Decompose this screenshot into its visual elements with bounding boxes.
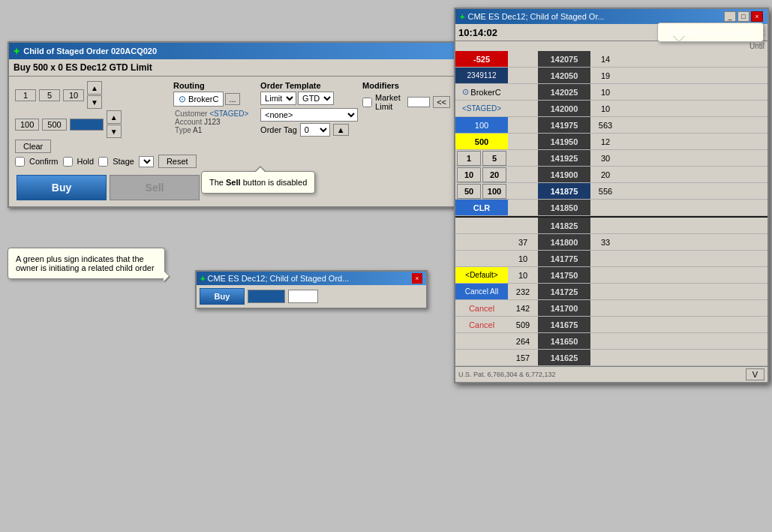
mid-cell (508, 51, 538, 67)
bid-cell: -525 (455, 51, 508, 67)
bid-50-button[interactable]: 50 (457, 184, 481, 199)
cancel-button-2[interactable]: Cancel (455, 317, 508, 332)
mid-cell (508, 68, 538, 83)
price-cell: 141775 (538, 251, 590, 266)
child-qty-input[interactable]: 500 (248, 290, 285, 303)
child-plus-icon: + (200, 274, 205, 283)
buy-button[interactable]: Buy (17, 175, 107, 200)
order-subtitle: Buy 500 x 0 ES Dec12 GTD Limit (9, 59, 456, 77)
cancel-button-1[interactable]: Cancel (455, 300, 508, 316)
market-limit-checkbox[interactable] (362, 98, 372, 107)
hold-checkbox[interactable] (63, 157, 73, 167)
time-display: 10:14:02 (458, 27, 689, 38)
mid-cell (508, 117, 538, 133)
broker-name: BrokerC (188, 95, 218, 104)
order-tag-select[interactable]: 0 (300, 123, 330, 137)
cancel-all-button[interactable]: Cancel All (455, 284, 508, 299)
none-select[interactable]: <none> (260, 108, 358, 122)
mid-cell (508, 134, 538, 149)
clear-button[interactable]: Clear (15, 140, 51, 153)
qty-up2-button[interactable]: ▲ (107, 110, 122, 124)
ask-cell: 19 (590, 68, 620, 83)
order-type-select[interactable]: Limit (260, 92, 296, 105)
confirm-checkbox[interactable] (15, 157, 25, 167)
green-plus-callout: A green plus sign indicates that the own… (8, 248, 165, 279)
price-cell: 142000 (538, 101, 590, 116)
ask-cell (590, 317, 620, 332)
market-limit-btn[interactable]: << (433, 96, 450, 108)
qty-down-button[interactable]: ▼ (107, 125, 122, 138)
child-mini-title-text: CME ES Dec12; Child of Staged Ord... (207, 274, 349, 283)
modifiers-section: Modifiers Market Limit 10 << (362, 81, 450, 168)
qty-1-button[interactable]: 1 (15, 89, 36, 101)
child-mini-close-button[interactable]: × (412, 273, 422, 284)
price-cell: 141850 (538, 200, 590, 215)
child-buy-button[interactable]: Buy (200, 288, 245, 305)
ladder-footer: U.S. Pat. 6,766,304 & 6,772,132 V (455, 366, 767, 382)
price-cell: 141950 (538, 134, 590, 149)
bid-100-button[interactable]: 100 (482, 184, 506, 199)
bid-1-button[interactable]: 1 (457, 151, 481, 166)
table-row: Cancel 509 141675 (455, 317, 767, 333)
bid-cell (455, 350, 508, 365)
mid-cell: 142 (508, 300, 538, 316)
mid-cell: 10 (508, 251, 538, 266)
price-cell: 141725 (538, 284, 590, 299)
ask-cell (590, 284, 620, 299)
price-cell: 142075 (538, 51, 590, 67)
mid-cell: 157 (508, 350, 538, 365)
ask-cell: 20 (590, 167, 620, 182)
order-title: Child of Staged Order 020ACQ020 (23, 47, 157, 56)
broker-circle-icon: ⊙ (179, 94, 186, 104)
order-template-section: Order Template Limit GTD <none> Order Ta… (260, 81, 358, 168)
ladder-title-bar: + CME ES Dec12; Child of Staged Or... _ … (455, 9, 767, 24)
until-row: Until (455, 41, 767, 51)
ladder-body: -525 142075 14 2349112 142050 19 ⊙Broker… (455, 51, 767, 366)
routing-label: Routing (173, 81, 256, 90)
bid-5-button[interactable]: 5 (482, 151, 506, 166)
bid-pair-cell: 1 5 (455, 150, 508, 166)
clr-button[interactable]: CLR (455, 200, 508, 215)
bid-cell[interactable]: 100 (455, 117, 508, 133)
bid-cell (455, 218, 508, 233)
order-title-bar: + Child of Staged Order 020ACQ020 (9, 43, 456, 59)
v-button[interactable]: V (746, 368, 764, 380)
qty-down-button2[interactable]: ▼ (87, 95, 102, 109)
table-row: Cancel 142 141700 (455, 300, 767, 317)
tif-select[interactable]: GTD (298, 92, 334, 105)
sell-side-bold: Sell (682, 28, 697, 37)
table-row: <Default> 10 141750 (455, 267, 767, 284)
table-row: Cancel All 232 141725 (455, 284, 767, 300)
qty-100-button[interactable]: 100 (15, 119, 39, 131)
ladder-minimize-button[interactable]: _ (724, 11, 736, 22)
qty-10-button[interactable]: 10 (63, 89, 84, 101)
price-cell: 141625 (538, 350, 590, 365)
default-cell[interactable]: <Default> (455, 267, 508, 283)
mid-cell (508, 84, 538, 100)
bid-10-button[interactable]: 10 (457, 167, 481, 182)
price-cell: 142025 (538, 84, 590, 100)
price-cell: 141975 (538, 117, 590, 133)
routing-section: Routing ⊙ BrokerC ... Customer <STAGED> … (173, 81, 256, 168)
stage-select[interactable]: ▼ (139, 156, 154, 167)
ladder-close-button[interactable]: × (751, 11, 763, 22)
bid-cell[interactable]: 500 (455, 134, 508, 149)
child-mini-body: Buy 500 0 (197, 285, 426, 308)
ask-cell: 12 (590, 134, 620, 149)
child-val-input[interactable]: 0 (288, 290, 318, 303)
bid-cell: 2349112 (455, 68, 508, 83)
sell-bold: Sell (226, 178, 241, 187)
stage-checkbox[interactable] (98, 157, 108, 167)
market-limit-input[interactable]: 10 (407, 97, 430, 107)
qty-input[interactable]: 500 (70, 119, 104, 131)
routing-dots-button[interactable]: ... (225, 93, 239, 105)
bid-pair-cell: 50 100 (455, 183, 508, 199)
bid-20-button[interactable]: 20 (482, 167, 506, 182)
mid-cell: 232 (508, 284, 538, 299)
sell-side-text: The Sell side is disabled (665, 28, 755, 37)
qty-5-button[interactable]: 5 (39, 89, 60, 101)
qty-up-button[interactable]: ▲ (87, 81, 102, 95)
qty-500-button[interactable]: 500 (42, 119, 66, 131)
ladder-maximize-button[interactable]: □ (737, 11, 749, 22)
order-tag-dots[interactable]: ▲ (333, 124, 349, 136)
